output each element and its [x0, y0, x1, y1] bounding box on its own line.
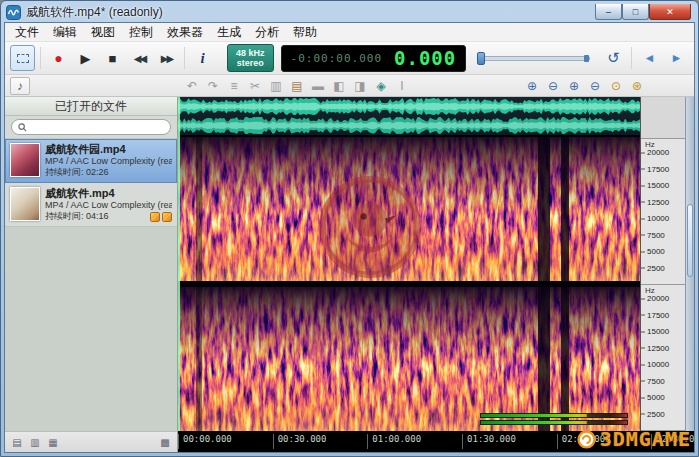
history-list-button[interactable]: ≡ — [224, 77, 244, 95]
files-sidebar: 已打开的文件 威航软件园.mp4 MP4 / AAC Low Compl — [5, 97, 178, 431]
maximize-button[interactable]: □ — [622, 4, 649, 20]
view-compact-button[interactable]: ▤ — [9, 435, 25, 450]
crop-button[interactable]: ◨ — [350, 77, 370, 95]
time-tick-label: 00:30.000 — [273, 434, 327, 449]
freq-tick-label: 7500 — [641, 230, 665, 239]
waveform-overview[interactable] — [178, 97, 640, 137]
seek-end-marker — [584, 55, 589, 62]
vertical-zoom-scrollbar[interactable] — [685, 97, 694, 431]
time-ruler[interactable]: 00:00.00000:30.00001:00.00001:30.00002:0… — [178, 431, 694, 452]
file-item-1[interactable]: 威航软件园.mp4 MP4 / AAC Low Complexity (read… — [5, 139, 177, 183]
silence-gap — [561, 137, 569, 281]
zoom-in-vertical-button[interactable]: ⊕ — [564, 77, 584, 95]
seek-slider[interactable] — [477, 51, 590, 65]
app-icon — [6, 5, 21, 20]
frequency-ruler-spacer — [641, 97, 685, 139]
copy-button[interactable]: ▥ — [266, 77, 286, 95]
freq-tick-label: 2500 — [641, 409, 665, 418]
time-tick-label: 01:00.000 — [367, 434, 421, 449]
titlebar[interactable]: 威航软件.mp4* (readonly) – □ ✕ — [4, 1, 695, 22]
time-tick-label: 01:30.000 — [462, 434, 516, 449]
zoom-selection-button[interactable]: ⊙ — [606, 77, 626, 95]
marker-button[interactable]: ◈ — [371, 77, 391, 95]
zoom-out-button[interactable]: ⊖ — [543, 77, 563, 95]
level-meter-right-bar — [480, 420, 628, 425]
play-icon: ▶ — [81, 51, 91, 66]
menu-item[interactable]: 分析 — [248, 22, 286, 43]
time-display: -0:00:00.000 0.000 — [281, 45, 467, 72]
window-title: 威航软件.mp4* (readonly) — [26, 4, 163, 21]
menu-item[interactable]: 帮助 — [286, 22, 324, 43]
freq-tick-label: 15000 — [641, 327, 669, 336]
sidebar-statusbar: ▤▥▦ ▩ — [5, 431, 178, 452]
play-button[interactable]: ▶ — [73, 45, 98, 71]
vertical-zoom-thumb[interactable] — [687, 204, 693, 277]
app-window: 威航软件.mp4* (readonly) – □ ✕ 文件编辑视图控制效果器生成… — [0, 0, 699, 457]
freq-tick-label: 10000 — [641, 360, 669, 369]
stop-button[interactable]: ■ — [100, 45, 125, 71]
file-format: MP4 / AAC Low Complexity (reado... — [45, 200, 172, 211]
frequency-ruler[interactable]: Hz 2000017500150001250010000750050002500… — [640, 97, 685, 431]
close-button[interactable]: ✕ — [649, 4, 691, 20]
menu-item[interactable]: 效果器 — [160, 22, 210, 43]
freq-tick-label: 12500 — [641, 343, 669, 352]
fast-forward-button[interactable]: ▶▶ — [154, 45, 179, 71]
time-main-display: 0.000 — [394, 47, 456, 69]
view-list-button[interactable]: ▥ — [27, 435, 43, 450]
time-offset-display: -0:00:00.000 — [291, 52, 382, 65]
menu-item[interactable]: 视图 — [84, 22, 122, 43]
playhead-cursor[interactable] — [178, 97, 180, 431]
info-button[interactable]: i — [190, 45, 215, 71]
record-button[interactable]: ● — [46, 45, 71, 71]
readonly-badge-icon — [150, 212, 160, 222]
search-input[interactable] — [31, 122, 164, 133]
sample-rate-display[interactable]: 48 kHz stereo — [227, 44, 274, 72]
rewind-button[interactable]: ◀◀ — [127, 45, 152, 71]
ocenaudio-logo-watermark — [317, 174, 423, 280]
zoom-full-button[interactable]: ⊛ — [627, 77, 647, 95]
redo-button[interactable]: ↷ — [203, 77, 223, 95]
file-item-2[interactable]: 威航软件.mp4 MP4 / AAC Low Complexity (reado… — [5, 183, 177, 227]
paste-button[interactable]: ▤ — [287, 77, 307, 95]
silence-gap — [196, 287, 202, 431]
trim-button[interactable]: ◧ — [329, 77, 349, 95]
files-panel-tab-button[interactable]: ♪ — [10, 77, 30, 95]
spectrogram-right-channel[interactable] — [178, 287, 640, 431]
selection-tool-button[interactable] — [10, 45, 35, 71]
file-thumbnail — [10, 187, 40, 221]
rewind-icon: ◀◀ — [134, 53, 145, 64]
delete-button[interactable]: ▬ — [308, 77, 328, 95]
frequency-scale-left[interactable]: Hz 2000017500150001250010000750050002500 — [641, 139, 685, 285]
files-panel-header: 已打开的文件 — [5, 97, 177, 116]
panel-toggle-button[interactable]: ▩ — [157, 435, 173, 450]
silence-gap — [538, 287, 550, 431]
spectrogram-shading — [178, 287, 640, 431]
edit-toolbar: ♪ ↶↷≡✂▥▤▬◧◨◈I ⊕⊖⊕⊖⊙⊛ — [5, 75, 694, 97]
cut-button[interactable]: ✂ — [245, 77, 265, 95]
forward-arrow-icon: ► — [671, 51, 683, 65]
view-grid-button[interactable]: ▦ — [45, 435, 61, 450]
seek-thumb[interactable] — [477, 52, 485, 65]
undo-button[interactable]: ↶ — [182, 77, 202, 95]
freq-tick-label: 17500 — [641, 164, 669, 173]
freq-tick-label: 17500 — [641, 310, 669, 319]
file-info: 威航软件.mp4 MP4 / AAC Low Complexity (reado… — [45, 187, 172, 222]
history-button[interactable]: ↺ — [601, 45, 626, 71]
menu-item[interactable]: 控制 — [122, 22, 160, 43]
minimize-button[interactable]: – — [595, 4, 622, 20]
select-tool-button[interactable]: I — [392, 77, 412, 95]
seek-track[interactable] — [477, 56, 590, 61]
zoom-out-vertical-button[interactable]: ⊖ — [585, 77, 605, 95]
menu-item[interactable]: 编辑 — [46, 22, 84, 43]
freq-tick-label: 5000 — [641, 247, 665, 256]
freq-tick-label: 20000 — [641, 148, 669, 157]
search-box[interactable] — [11, 119, 171, 135]
info-icon: i — [200, 50, 204, 67]
menu-item[interactable]: 生成 — [210, 22, 248, 43]
frequency-scale-right[interactable]: Hz 2000017500150001250010000750050002500 — [641, 285, 685, 431]
zoom-in-button[interactable]: ⊕ — [522, 77, 542, 95]
menu-item[interactable]: 文件 — [8, 22, 46, 43]
navigate-forward-button[interactable]: ► — [664, 45, 689, 71]
navigate-back-button[interactable]: ◄ — [637, 45, 662, 71]
time-tick-label: 00:00.000 — [178, 434, 232, 449]
